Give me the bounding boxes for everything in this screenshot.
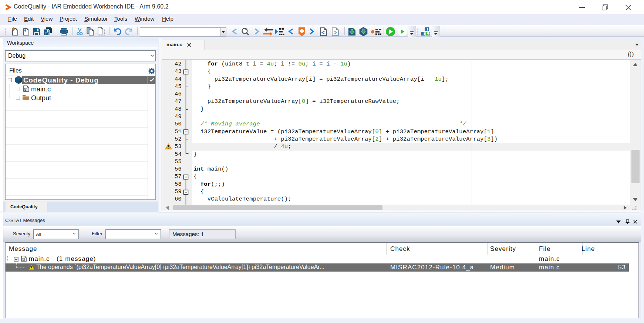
svg-text:c: c <box>23 258 24 261</box>
svg-text:c: c <box>25 88 26 91</box>
